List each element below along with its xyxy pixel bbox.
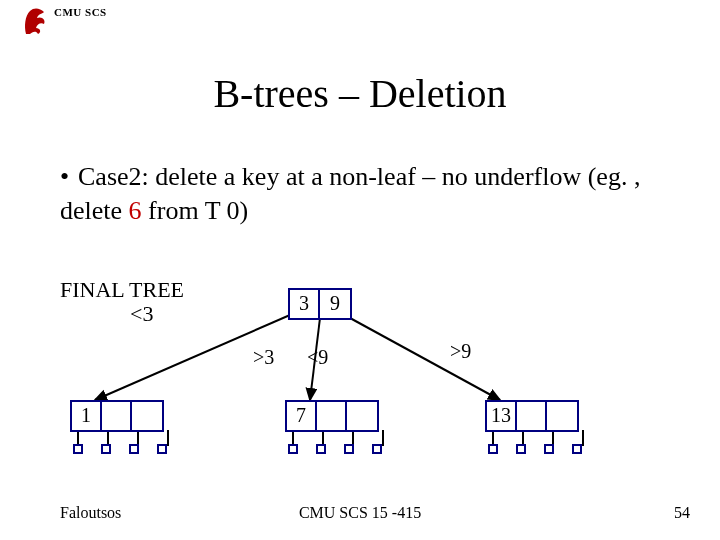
leaf-left-ptrs [73,444,167,454]
ptr-box [157,444,167,454]
edge-label-lt3: <3 [60,302,184,326]
ptr-box [316,444,326,454]
ptr-box [101,444,111,454]
highlight-key: 6 [129,196,142,225]
leaf-right-key: 13 [487,402,517,430]
leaf-mid: 7 [285,400,379,432]
root-key-1: 3 [290,290,320,318]
leaf-left: 1 [70,400,164,432]
leaf-mid-key: 7 [287,402,317,430]
ptr-box [129,444,139,454]
root-node: 3 9 [288,288,352,320]
edge-label-gt9: >9 [450,340,471,363]
leaf-left-key: 1 [72,402,102,430]
ptr-box [544,444,554,454]
edge-label-lt9: <9 [307,346,328,369]
ptr-box [488,444,498,454]
leaf-right: 13 [485,400,579,432]
ptr-box [344,444,354,454]
ptr-box [572,444,582,454]
ptr-box [288,444,298,454]
scotty-logo-icon [22,6,48,36]
header-org: CMU SCS [54,6,107,18]
footer-course: CMU SCS 15 -415 [0,504,720,522]
ptr-box [372,444,382,454]
root-key-2: 9 [320,290,350,318]
final-tree-label: FINAL TREE <3 [60,278,184,326]
leaf-mid-ptrs [288,444,382,454]
edge-label-gt3: >3 [253,346,274,369]
slide-header: CMU SCS [22,6,107,36]
footer-page: 54 [674,504,690,522]
slide-title: B-trees – Deletion [0,70,720,117]
ptr-box [516,444,526,454]
ptr-box [73,444,83,454]
bullet-dot-icon: • [60,160,78,194]
svg-line-2 [350,318,500,400]
bullet-text: •Case2: delete a key at a non-leaf – no … [60,160,660,228]
leaf-right-ptrs [488,444,582,454]
